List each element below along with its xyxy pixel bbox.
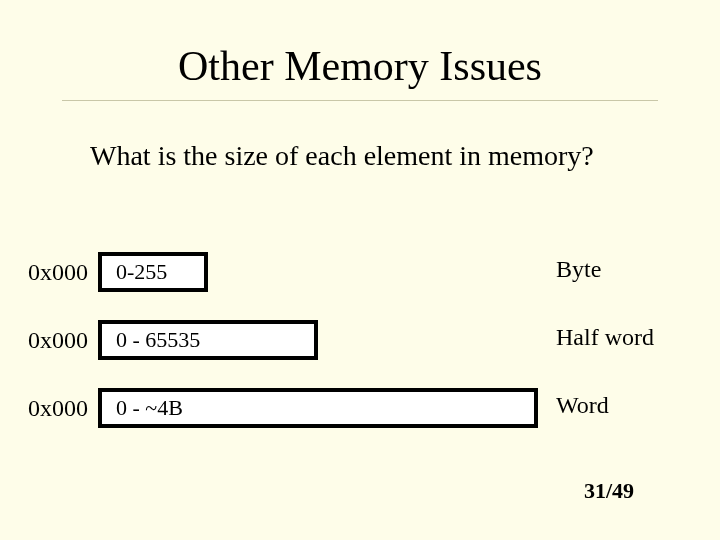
page-number: 31/49: [584, 478, 634, 504]
slide: Other Memory Issues What is the size of …: [0, 0, 720, 540]
range-box: 0 - 65535: [98, 320, 318, 360]
type-label-word: Word: [556, 392, 609, 419]
memory-row-word: 0x000 0 - ~4B: [28, 384, 538, 432]
range-box: 0 - ~4B: [98, 388, 538, 428]
type-label-byte: Byte: [556, 256, 601, 283]
range-value: 0 - ~4B: [98, 388, 538, 428]
range-box: 0-255: [98, 252, 208, 292]
range-value: 0 - 65535: [98, 320, 318, 360]
title-divider: [62, 100, 658, 101]
memory-row-byte: 0x000 0-255: [28, 248, 208, 296]
range-value: 0-255: [98, 252, 208, 292]
type-label-halfword: Half word: [556, 324, 654, 351]
memory-row-halfword: 0x000 0 - 65535: [28, 316, 318, 364]
slide-title: Other Memory Issues: [0, 42, 720, 90]
question-text: What is the size of each element in memo…: [90, 140, 594, 172]
